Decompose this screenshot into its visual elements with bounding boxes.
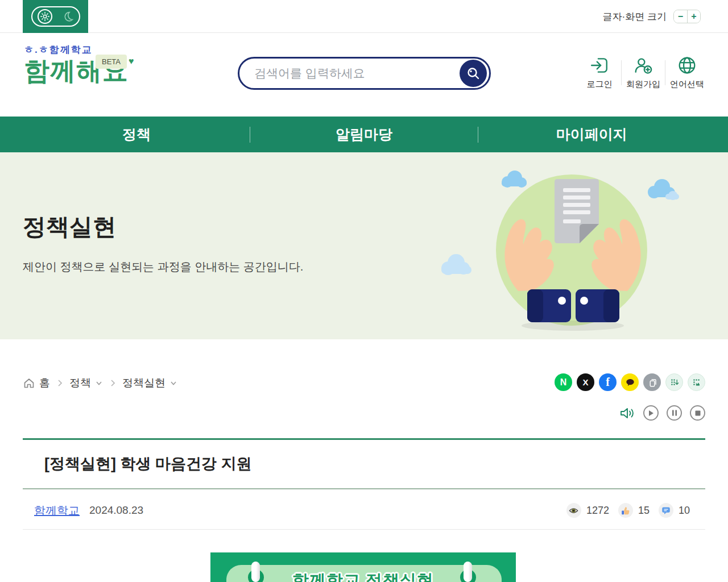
article-stats: 1272 15 10 bbox=[566, 503, 694, 518]
author-link[interactable]: 함께학교 bbox=[34, 503, 80, 518]
article-date: 2024.08.23 bbox=[89, 504, 143, 517]
chevron-right-icon bbox=[56, 379, 63, 388]
home-icon bbox=[23, 377, 35, 389]
share-x-button[interactable]: X bbox=[577, 373, 594, 391]
divider bbox=[665, 60, 665, 85]
breadcrumb-home-label: 홈 bbox=[39, 376, 50, 390]
speaker-icon bbox=[619, 406, 635, 421]
breadcrumb-policy[interactable]: 정책 bbox=[69, 376, 103, 390]
topbar: 글자·화면 크기 − + bbox=[0, 0, 728, 33]
share-kakao-button[interactable] bbox=[621, 373, 639, 391]
chevron-down-icon bbox=[169, 379, 177, 387]
search-icon bbox=[466, 66, 481, 81]
signup-label: 회원가입 bbox=[626, 79, 660, 90]
hero-banner: 정책실현 제안이 정책으로 실현되는 과정을 안내하는 공간입니다. bbox=[0, 152, 728, 339]
breadcrumb: 홈 정책 정책실현 bbox=[23, 376, 177, 390]
breadcrumb-policy-realization-label: 정책실현 bbox=[122, 376, 166, 390]
share-facebook-button[interactable]: f bbox=[599, 373, 617, 391]
article-divider bbox=[23, 488, 705, 489]
views-count: 1272 bbox=[586, 505, 609, 517]
dotted-grid-share-icon[interactable] bbox=[688, 373, 705, 391]
copy-icon bbox=[647, 377, 657, 388]
article-top-border bbox=[23, 438, 705, 440]
nav-item-notice[interactable]: 알림마당 bbox=[250, 125, 477, 144]
logo-heart-icon: ♥ bbox=[129, 56, 135, 66]
page: 글자·화면 크기 − + ㅎ.ㅎ함께학교 함께해요♥ BETA 로그인 bbox=[0, 0, 728, 582]
login-label: 로그인 bbox=[587, 79, 613, 90]
pause-button[interactable] bbox=[667, 405, 682, 421]
login-button[interactable]: 로그인 bbox=[581, 56, 618, 90]
play-button[interactable] bbox=[643, 405, 659, 421]
breadcrumb-row: 홈 정책 정책실현 N X f bbox=[23, 372, 705, 397]
speaker-button[interactable] bbox=[619, 406, 635, 421]
cloud-icon bbox=[502, 171, 527, 188]
share-naver-button[interactable]: N bbox=[555, 373, 572, 391]
utility-menu: 로그인 회원가입 언어선택 bbox=[581, 56, 705, 90]
comments-count: 10 bbox=[679, 505, 690, 517]
signup-icon bbox=[634, 56, 653, 75]
font-size-buttons: − + bbox=[673, 10, 701, 23]
theme-toggle-pill bbox=[31, 6, 80, 27]
content-image-title: 함께학교 정책실현 bbox=[210, 569, 516, 582]
dotted-grid-download-icon[interactable] bbox=[665, 373, 683, 391]
search-input[interactable] bbox=[254, 66, 470, 80]
header: ㅎ.ㅎ함께학교 함께해요♥ BETA 로그인 회원가입 bbox=[0, 33, 728, 117]
light-mode-icon[interactable] bbox=[38, 9, 52, 24]
kakao-talk-icon bbox=[624, 377, 636, 388]
font-size-label: 글자·화면 크기 bbox=[603, 10, 667, 23]
share-buttons: N X f bbox=[555, 373, 705, 391]
language-label: 언어선택 bbox=[670, 79, 704, 90]
article-content-image: 함께학교 정책실현 bbox=[210, 552, 516, 582]
play-icon bbox=[648, 410, 654, 417]
font-size-decrease-button[interactable]: − bbox=[674, 10, 687, 23]
likes-icon bbox=[618, 503, 633, 518]
article-title: [정책실현] 학생 마음건강 지원 bbox=[44, 454, 252, 474]
likes-count: 15 bbox=[638, 505, 650, 517]
dark-mode-icon[interactable] bbox=[63, 11, 74, 22]
chevron-down-icon bbox=[95, 379, 103, 387]
breadcrumb-home[interactable]: 홈 bbox=[23, 376, 50, 390]
hands-holding-document-illustration bbox=[421, 159, 685, 339]
text-to-speech-controls bbox=[619, 405, 705, 421]
search-button[interactable] bbox=[460, 60, 487, 87]
divider bbox=[621, 60, 622, 85]
beta-badge: BETA bbox=[96, 55, 127, 69]
article-meta: 함께학교 2024.08.23 1272 15 10 bbox=[34, 498, 705, 523]
globe-icon bbox=[677, 56, 697, 75]
main-nav: 정책 알림마당 마이페이지 bbox=[0, 117, 728, 152]
theme-toggle[interactable] bbox=[23, 0, 88, 33]
page-description: 제안이 정책으로 실현되는 과정을 안내하는 공간입니다. bbox=[23, 259, 303, 275]
pause-icon bbox=[672, 410, 677, 416]
nav-item-mypage[interactable]: 마이페이지 bbox=[478, 125, 705, 144]
cloud-icon bbox=[441, 254, 471, 275]
language-select-button[interactable]: 언어선택 bbox=[669, 56, 705, 90]
nav-item-policy[interactable]: 정책 bbox=[23, 125, 250, 144]
comments-icon bbox=[659, 503, 673, 518]
search-bar bbox=[238, 57, 491, 90]
chevron-right-icon bbox=[109, 379, 116, 388]
font-size-control: 글자·화면 크기 − + bbox=[603, 0, 701, 33]
login-icon bbox=[590, 56, 609, 75]
views-icon bbox=[566, 503, 581, 518]
share-copy-url-button[interactable] bbox=[643, 373, 661, 391]
stop-button[interactable] bbox=[690, 405, 705, 421]
font-size-increase-button[interactable]: + bbox=[687, 10, 700, 23]
page-title: 정책실현 bbox=[23, 211, 116, 243]
article-meta-border bbox=[23, 529, 705, 530]
breadcrumb-policy-realization[interactable]: 정책실현 bbox=[122, 376, 177, 390]
breadcrumb-policy-label: 정책 bbox=[69, 376, 91, 390]
stop-icon bbox=[695, 410, 701, 416]
signup-button[interactable]: 회원가입 bbox=[625, 56, 661, 90]
